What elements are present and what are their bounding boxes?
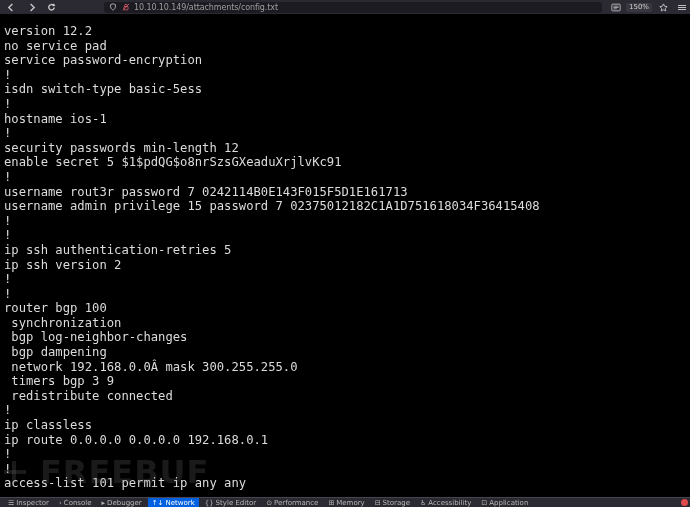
devtools-tab-label: Memory <box>336 499 364 507</box>
insecure-lock-icon <box>121 3 130 12</box>
devtools-tab-label: Debugger <box>107 499 142 507</box>
devtools-tab-storage[interactable]: ⊟Storage <box>371 498 414 507</box>
back-button[interactable] <box>4 0 18 14</box>
devtools-tab-debugger[interactable]: ▸Debugger <box>98 498 146 507</box>
devtools-tab-icon: ↑↓ <box>152 499 164 507</box>
bookmark-star-icon[interactable] <box>658 2 668 12</box>
overflow-menu-icon[interactable] <box>678 5 686 10</box>
devtools-tab-label: Performance <box>274 499 318 507</box>
devtools-tabbar: ☰Inspector›Console▸Debugger↑↓Network{}St… <box>0 497 690 507</box>
devtools-tab-console[interactable]: ›Console <box>55 498 96 507</box>
devtools-tab-inspector[interactable]: ☰Inspector <box>4 498 53 507</box>
page-content: version 12.2 no service pad service pass… <box>0 14 690 497</box>
browser-toolbar: 10.10.10.149/attachments/config.txt 150% <box>0 0 690 14</box>
devtools-tab-style-editor[interactable]: {}Style Editor <box>201 498 260 507</box>
config-file-text[interactable]: version 12.2 no service pad service pass… <box>4 24 686 491</box>
devtools-tab-icon: ⊙ <box>266 499 272 507</box>
nav-button-group <box>4 0 58 14</box>
devtools-tab-application[interactable]: ⊡Application <box>477 498 532 507</box>
devtools-tab-icon: ⊞ <box>328 499 334 507</box>
toolbar-right-group: 150% <box>610 2 686 12</box>
devtools-tab-network[interactable]: ↑↓Network <box>148 498 199 507</box>
devtools-tab-memory[interactable]: ⊞Memory <box>324 498 368 507</box>
devtools-tab-icon: ⊟ <box>375 499 381 507</box>
reload-button[interactable] <box>44 0 58 14</box>
devtools-tab-label: Network <box>165 499 194 507</box>
shield-icon <box>108 3 117 12</box>
url-bar[interactable]: 10.10.10.149/attachments/config.txt <box>104 2 602 13</box>
zoom-badge[interactable]: 150% <box>626 3 652 12</box>
error-indicator-icon[interactable] <box>681 499 688 506</box>
devtools-tab-performance[interactable]: ⊙Performance <box>262 498 322 507</box>
reader-view-icon[interactable] <box>610 2 622 12</box>
devtools-tab-icon: ▸ <box>102 499 106 507</box>
devtools-tab-label: Accessibility <box>428 499 471 507</box>
forward-button[interactable] <box>24 0 38 14</box>
devtools-tab-icon: ⊡ <box>481 499 487 507</box>
devtools-tab-icon: ☰ <box>8 499 14 507</box>
devtools-tab-label: Application <box>489 499 528 507</box>
url-text: 10.10.10.149/attachments/config.txt <box>134 3 278 12</box>
devtools-tab-icon: › <box>59 499 62 507</box>
devtools-tab-label: Inspector <box>16 499 49 507</box>
devtools-tab-label: Storage <box>383 499 410 507</box>
devtools-tab-label: Style Editor <box>216 499 257 507</box>
devtools-tab-icon: ♿ <box>420 499 426 507</box>
devtools-tab-icon: {} <box>205 499 214 507</box>
devtools-tab-accessibility[interactable]: ♿Accessibility <box>416 498 475 507</box>
devtools-tab-label: Console <box>64 499 92 507</box>
